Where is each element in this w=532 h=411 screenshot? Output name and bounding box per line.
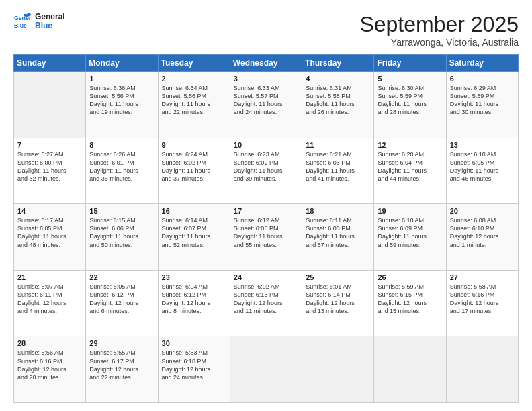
day-info: Sunrise: 6:20 AM Sunset: 6:04 PM Dayligh…	[378, 150, 442, 183]
day-info: Sunrise: 6:07 AM Sunset: 6:11 PM Dayligh…	[17, 283, 82, 316]
day-number: 28	[17, 339, 82, 347]
calendar-cell: 26Sunrise: 5:59 AM Sunset: 6:15 PM Dayli…	[374, 270, 446, 336]
weekday-header-saturday: Saturday	[446, 55, 518, 72]
calendar-cell	[14, 72, 86, 138]
day-info: Sunrise: 5:53 AM Sunset: 6:18 PM Dayligh…	[162, 349, 226, 381]
day-number: 4	[306, 75, 370, 83]
header: General Blue General Blue September 2025…	[13, 12, 519, 48]
weekday-header-monday: Monday	[86, 55, 158, 72]
day-number: 25	[306, 273, 370, 281]
calendar-cell: 20Sunrise: 6:08 AM Sunset: 6:10 PM Dayli…	[446, 204, 518, 271]
day-info: Sunrise: 6:21 AM Sunset: 6:03 PM Dayligh…	[306, 150, 370, 183]
calendar-cell: 15Sunrise: 6:15 AM Sunset: 6:06 PM Dayli…	[86, 204, 158, 271]
calendar-cell: 21Sunrise: 6:07 AM Sunset: 6:11 PM Dayli…	[14, 270, 86, 336]
calendar-week-row: 7Sunrise: 6:27 AM Sunset: 6:00 PM Daylig…	[14, 138, 519, 204]
calendar-cell: 25Sunrise: 6:01 AM Sunset: 6:14 PM Dayli…	[302, 270, 374, 336]
day-number: 13	[450, 141, 515, 149]
weekday-header-tuesday: Tuesday	[158, 55, 230, 72]
calendar-cell: 1Sunrise: 6:36 AM Sunset: 5:56 PM Daylig…	[86, 72, 158, 138]
day-number: 26	[378, 273, 442, 281]
page: General Blue General Blue September 2025…	[0, 0, 532, 411]
calendar-cell: 9Sunrise: 6:24 AM Sunset: 6:02 PM Daylig…	[158, 138, 230, 204]
day-number: 27	[450, 273, 515, 281]
day-info: Sunrise: 6:31 AM Sunset: 5:58 PM Dayligh…	[306, 84, 370, 117]
day-info: Sunrise: 6:11 AM Sunset: 6:08 PM Dayligh…	[306, 216, 370, 249]
day-info: Sunrise: 6:23 AM Sunset: 6:02 PM Dayligh…	[234, 150, 298, 183]
day-number: 18	[306, 207, 370, 215]
calendar-week-row: 21Sunrise: 6:07 AM Sunset: 6:11 PM Dayli…	[14, 270, 519, 336]
calendar-cell	[230, 336, 302, 403]
day-number: 20	[450, 207, 515, 215]
day-number: 30	[162, 339, 226, 347]
calendar-cell: 11Sunrise: 6:21 AM Sunset: 6:03 PM Dayli…	[302, 138, 374, 204]
day-number: 11	[306, 141, 370, 149]
day-info: Sunrise: 6:01 AM Sunset: 6:14 PM Dayligh…	[306, 283, 370, 316]
day-info: Sunrise: 6:34 AM Sunset: 5:56 PM Dayligh…	[162, 84, 226, 117]
calendar-table: SundayMondayTuesdayWednesdayThursdayFrid…	[13, 54, 519, 403]
day-info: Sunrise: 6:36 AM Sunset: 5:56 PM Dayligh…	[89, 84, 154, 117]
svg-text:Blue: Blue	[14, 22, 27, 29]
calendar-cell	[302, 336, 374, 403]
day-info: Sunrise: 6:10 AM Sunset: 6:09 PM Dayligh…	[378, 216, 442, 249]
day-info: Sunrise: 6:30 AM Sunset: 5:59 PM Dayligh…	[378, 84, 442, 117]
calendar-cell: 6Sunrise: 6:29 AM Sunset: 5:59 PM Daylig…	[446, 72, 518, 138]
weekday-header-thursday: Thursday	[302, 55, 374, 72]
weekday-header-wednesday: Wednesday	[230, 55, 302, 72]
calendar-cell: 10Sunrise: 6:23 AM Sunset: 6:02 PM Dayli…	[230, 138, 302, 204]
day-number: 8	[89, 141, 154, 149]
day-number: 22	[89, 273, 154, 281]
calendar-cell: 29Sunrise: 5:55 AM Sunset: 6:17 PM Dayli…	[86, 336, 158, 403]
day-number: 21	[17, 273, 82, 281]
day-number: 7	[17, 141, 82, 149]
day-info: Sunrise: 6:29 AM Sunset: 5:59 PM Dayligh…	[450, 84, 515, 117]
calendar-cell: 17Sunrise: 6:12 AM Sunset: 6:08 PM Dayli…	[230, 204, 302, 271]
day-info: Sunrise: 6:33 AM Sunset: 5:57 PM Dayligh…	[234, 84, 298, 117]
calendar-cell: 28Sunrise: 5:56 AM Sunset: 6:16 PM Dayli…	[14, 336, 86, 403]
month-title: September 2025	[359, 12, 519, 37]
calendar-cell: 13Sunrise: 6:18 AM Sunset: 6:05 PM Dayli…	[446, 138, 518, 204]
calendar-cell: 16Sunrise: 6:14 AM Sunset: 6:07 PM Dayli…	[158, 204, 230, 271]
day-info: Sunrise: 6:17 AM Sunset: 6:05 PM Dayligh…	[17, 216, 82, 249]
day-number: 15	[89, 207, 154, 215]
day-number: 14	[17, 207, 82, 215]
calendar-cell: 22Sunrise: 6:05 AM Sunset: 6:12 PM Dayli…	[86, 270, 158, 336]
day-number: 16	[162, 207, 226, 215]
calendar-cell: 4Sunrise: 6:31 AM Sunset: 5:58 PM Daylig…	[302, 72, 374, 138]
calendar-cell: 7Sunrise: 6:27 AM Sunset: 6:00 PM Daylig…	[14, 138, 86, 204]
day-info: Sunrise: 6:27 AM Sunset: 6:00 PM Dayligh…	[17, 150, 82, 183]
calendar-cell: 30Sunrise: 5:53 AM Sunset: 6:18 PM Dayli…	[158, 336, 230, 403]
day-info: Sunrise: 6:12 AM Sunset: 6:08 PM Dayligh…	[234, 216, 298, 249]
title-block: September 2025 Yarrawonga, Victoria, Aus…	[359, 12, 519, 48]
weekday-header-friday: Friday	[374, 55, 446, 72]
day-info: Sunrise: 6:05 AM Sunset: 6:12 PM Dayligh…	[89, 283, 154, 316]
day-number: 6	[450, 75, 515, 83]
calendar-cell: 23Sunrise: 6:04 AM Sunset: 6:12 PM Dayli…	[158, 270, 230, 336]
day-info: Sunrise: 6:26 AM Sunset: 6:01 PM Dayligh…	[89, 150, 154, 183]
calendar-cell: 12Sunrise: 6:20 AM Sunset: 6:04 PM Dayli…	[374, 138, 446, 204]
day-number: 29	[89, 339, 154, 347]
day-info: Sunrise: 6:04 AM Sunset: 6:12 PM Dayligh…	[162, 283, 226, 316]
day-number: 9	[162, 141, 226, 149]
day-number: 17	[234, 207, 298, 215]
day-number: 2	[162, 75, 226, 83]
calendar-cell: 24Sunrise: 6:02 AM Sunset: 6:13 PM Dayli…	[230, 270, 302, 336]
calendar-cell: 2Sunrise: 6:34 AM Sunset: 5:56 PM Daylig…	[158, 72, 230, 138]
day-number: 12	[378, 141, 442, 149]
day-info: Sunrise: 6:24 AM Sunset: 6:02 PM Dayligh…	[162, 150, 226, 183]
calendar-cell: 18Sunrise: 6:11 AM Sunset: 6:08 PM Dayli…	[302, 204, 374, 271]
calendar-cell: 19Sunrise: 6:10 AM Sunset: 6:09 PM Dayli…	[374, 204, 446, 271]
day-number: 23	[162, 273, 226, 281]
day-info: Sunrise: 5:56 AM Sunset: 6:16 PM Dayligh…	[17, 349, 82, 381]
calendar-cell: 3Sunrise: 6:33 AM Sunset: 5:57 PM Daylig…	[230, 72, 302, 138]
calendar-cell	[446, 336, 518, 403]
day-info: Sunrise: 6:15 AM Sunset: 6:06 PM Dayligh…	[89, 216, 154, 249]
calendar-cell	[374, 336, 446, 403]
day-number: 24	[234, 273, 298, 281]
day-number: 3	[234, 75, 298, 83]
day-info: Sunrise: 6:02 AM Sunset: 6:13 PM Dayligh…	[234, 283, 298, 316]
logo-blue: Blue	[35, 21, 65, 30]
day-info: Sunrise: 6:18 AM Sunset: 6:05 PM Dayligh…	[450, 150, 515, 183]
day-info: Sunrise: 5:58 AM Sunset: 6:16 PM Dayligh…	[450, 283, 515, 316]
logo: General Blue General Blue	[13, 12, 65, 31]
calendar-week-row: 14Sunrise: 6:17 AM Sunset: 6:05 PM Dayli…	[14, 204, 519, 271]
